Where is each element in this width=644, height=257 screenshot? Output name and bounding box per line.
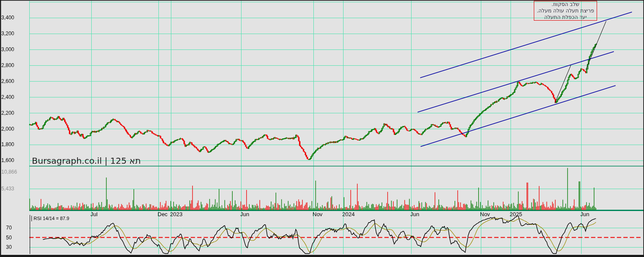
price-axis-label: 3,400 <box>1 15 14 21</box>
price-axis-label: 2,400 <box>1 94 14 100</box>
price-axis-label: 1,600 <box>1 157 14 163</box>
price-axis-label: 2,200 <box>1 110 14 116</box>
date-axis-label: 2023 <box>170 211 183 217</box>
annotation-line-1: שלב הסקווז. <box>534 1 597 8</box>
price-axis-label: 1,800 <box>1 141 14 147</box>
watermark: Bursagraph.co.il | 125 תא <box>32 156 141 166</box>
date-axis-label: Nov <box>313 211 322 217</box>
date-axis-label: 2025 <box>510 211 522 217</box>
date-axis-label: Jul <box>90 211 98 217</box>
rsi-scale-label: 30 <box>6 244 12 250</box>
price-axis-label: 3,200 <box>1 31 14 37</box>
rsi-scale-label: 70 <box>6 225 12 231</box>
volume-axis-label: 10,866 <box>1 169 17 175</box>
bursagraph-stock-chart: 3,4003,2003,0002,8002,6002,4002,2002,000… <box>0 0 644 257</box>
price-axis-label: 2,800 <box>1 62 14 68</box>
chart-canvas[interactable] <box>0 0 644 257</box>
date-axis-label: Dec <box>158 211 167 217</box>
date-axis-label: Jun <box>410 211 419 217</box>
date-axis-label: Nov <box>480 211 490 217</box>
volume-axis-label: 5,433 <box>1 186 14 192</box>
date-axis-label: 2024 <box>342 211 355 217</box>
date-axis-label: Jun <box>580 211 589 217</box>
annotation-box: שלב הסקווז. פריצת תעלה עולה מעלה. יעד הכ… <box>534 1 597 21</box>
price-axis-label: 3,000 <box>1 46 14 52</box>
annotation-line-3: יעד הכפלת התעלה <box>534 14 597 21</box>
price-axis-label: 2,600 <box>1 78 14 84</box>
date-axis-label: Jun <box>240 211 249 217</box>
annotation-line-2: פריצת תעלה עולה מעלה. <box>534 8 597 14</box>
rsi-scale-label: 50 <box>6 235 12 241</box>
rsi-indicator-label: RSI 14/14 = 87.9 <box>31 216 69 221</box>
price-axis-label: 2,000 <box>1 126 14 132</box>
